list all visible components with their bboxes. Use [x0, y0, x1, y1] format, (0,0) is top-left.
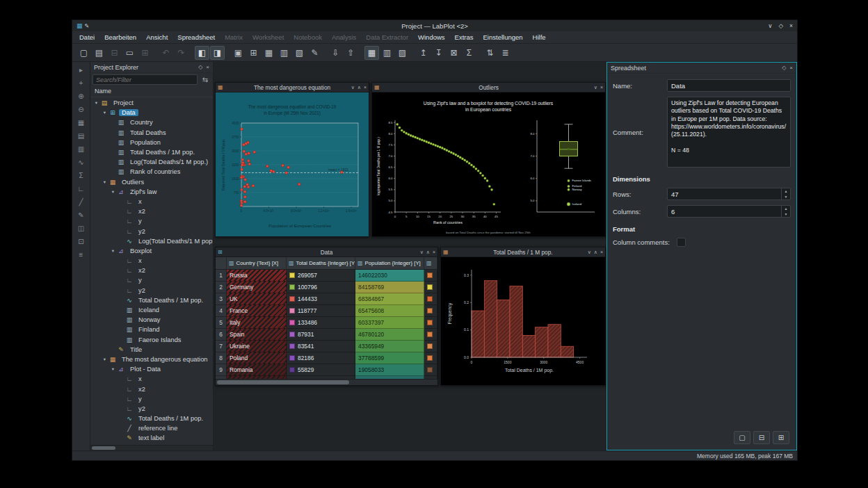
- menu-extras[interactable]: Extras: [450, 32, 479, 42]
- tree-item-y[interactable]: ∟y: [90, 216, 213, 226]
- tree-item-x[interactable]: ∟x: [90, 374, 213, 384]
- per-million-cell[interactable]: [424, 270, 437, 282]
- columns-spinbox[interactable]: 6 ▲ ▼: [667, 205, 791, 218]
- new-workbook-button[interactable]: ⊞: [246, 46, 261, 60]
- tree-item-rank-of-countries[interactable]: ▥Rank of countries: [90, 167, 213, 177]
- population-cell[interactable]: 37788599: [355, 352, 424, 364]
- add-text-label-button[interactable]: ✎: [74, 209, 88, 221]
- per-million-cell[interactable]: [424, 352, 437, 364]
- float-dock-icon[interactable]: ◇: [198, 64, 202, 70]
- per-million-cell[interactable]: [424, 317, 437, 329]
- row-number-cell[interactable]: 4: [216, 305, 227, 317]
- column-header-country-text-x[interactable]: ▥Country {Text} [X]: [227, 257, 287, 270]
- menu-bearbeiten[interactable]: Bearbeiten: [99, 32, 141, 42]
- new-worksheet-button[interactable]: ▦: [74, 117, 88, 129]
- new-folder-button[interactable]: ▣: [231, 46, 246, 60]
- row-number-cell[interactable]: 9: [216, 364, 227, 376]
- toggle-project-explorer-button[interactable]: ◧: [195, 46, 209, 60]
- total-deaths-cell[interactable]: 83541: [287, 341, 355, 352]
- add-legend-button[interactable]: ◫: [74, 222, 88, 234]
- column-statistics-button[interactable]: Σ: [462, 46, 476, 60]
- outliers-worksheet[interactable]: Using Zipf's law and a boxplot for detec…: [372, 92, 605, 236]
- save-as-default-button[interactable]: ⊞: [773, 431, 789, 444]
- data-window-titlebar[interactable]: ⊞ Data ∨ ∧ ×: [216, 247, 437, 257]
- spin-down-button[interactable]: ▼: [782, 211, 790, 217]
- corner-cell[interactable]: [216, 257, 227, 270]
- tree-item-title[interactable]: ✎Title: [90, 345, 213, 355]
- column-header-item[interactable]: ▥: [424, 257, 437, 270]
- rows-spinbox[interactable]: 47 ▲ ▼: [667, 188, 791, 200]
- expander-icon[interactable]: ▾: [101, 110, 108, 115]
- total-deaths-cell[interactable]: 55829: [287, 364, 355, 376]
- tree-item-log-total-deaths-1-m-pop[interactable]: ▥Log(Total Deaths/1 M pop.): [90, 157, 213, 167]
- tree-item-x2[interactable]: ∟x2: [90, 206, 213, 216]
- close-button[interactable]: ×: [789, 22, 793, 29]
- per-million-cell[interactable]: [424, 305, 437, 317]
- menu-windows[interactable]: Windows: [413, 32, 450, 42]
- tree-item-y2[interactable]: ∟y2: [90, 226, 213, 236]
- tree-item-x[interactable]: ∟x: [90, 197, 213, 206]
- shade-window-icon[interactable]: ∨: [351, 85, 355, 90]
- population-cell[interactable]: 68384867: [355, 293, 424, 305]
- country-cell[interactable]: Germany: [227, 282, 287, 293]
- tree-item-zipf-s-law[interactable]: ▾⊿Zipf's law: [90, 187, 213, 197]
- tree-item-x[interactable]: ∟x: [90, 256, 213, 266]
- sort-menu-button[interactable]: ⇅: [483, 46, 497, 60]
- table-hscroll-thumb[interactable]: [217, 380, 349, 384]
- tree-item-data[interactable]: ▾⊞Data: [90, 108, 213, 117]
- population-cell[interactable]: 60337397: [355, 317, 424, 329]
- total-deaths-cell[interactable]: 100796: [287, 282, 355, 293]
- insert-row-above-button[interactable]: ↥: [416, 46, 431, 60]
- tree-item-faeroe-islands[interactable]: ▥Faeroe Islands: [90, 335, 213, 345]
- add-image-button[interactable]: ⊡: [74, 236, 88, 247]
- tree-item-project[interactable]: ▾▤Project: [90, 98, 213, 108]
- tree-item-outliers[interactable]: ▾▦Outliers: [90, 177, 213, 187]
- properties-dock-header[interactable]: Spreadsheet ◇ ×: [607, 63, 796, 74]
- country-cell[interactable]: Romania: [227, 364, 287, 376]
- row-number-cell[interactable]: 1: [216, 270, 227, 282]
- population-cell[interactable]: 65475608: [355, 305, 424, 317]
- histogram-window-titlebar[interactable]: ▦ Total Deaths / 1 M pop. ∨ ∧ ×: [441, 247, 605, 257]
- table-hscrollbar[interactable]: [216, 379, 437, 385]
- column-header-total-deaths-integer-y[interactable]: ▥Total Deaths {Integer} [Y]: [287, 257, 355, 270]
- new-spreadsheet-button[interactable]: ▦: [262, 46, 276, 60]
- more-tools-button[interactable]: ≡: [74, 249, 88, 261]
- menu-datei[interactable]: Datei: [74, 32, 99, 42]
- view-heatmap-toggle-button[interactable]: ▨: [395, 46, 410, 60]
- import-data-menu-button[interactable]: ⇩: [328, 46, 343, 60]
- tree-item-log-total-deaths-1-m-pop[interactable]: ∿Log(Total Deaths/1 M pop.): [90, 236, 213, 246]
- new-matrix-button[interactable]: ▥: [74, 143, 88, 155]
- close-window-icon[interactable]: ×: [433, 250, 435, 255]
- explorer-hscroll-thumb[interactable]: [92, 446, 115, 450]
- tree-column-header[interactable]: Name: [90, 86, 213, 97]
- load-template-button[interactable]: ▢: [734, 431, 750, 444]
- search-input[interactable]: [93, 74, 198, 85]
- new-file-button[interactable]: ▢: [77, 46, 91, 60]
- tree-item-plot-data[interactable]: ▾⊿Plot - Data: [90, 364, 213, 374]
- close-window-icon[interactable]: ×: [600, 85, 603, 90]
- country-cell[interactable]: Russia: [227, 270, 287, 282]
- tree-item-total-deaths-1m-pop[interactable]: ∿Total Deaths / 1M pop.: [90, 295, 213, 305]
- remove-rows-button[interactable]: ⊠: [447, 46, 461, 60]
- total-deaths-cell[interactable]: 269057: [287, 270, 355, 282]
- minimize-button[interactable]: ∨: [768, 22, 772, 29]
- tree-item-the-most-dangerous-equation[interactable]: ▾▦The most dangerous equation: [90, 355, 213, 364]
- close-window-icon[interactable]: ×: [600, 250, 603, 255]
- tree-item-boxplot[interactable]: ▾⊿Boxplot: [90, 246, 213, 256]
- tree-item-total-deaths-1m-pop[interactable]: ∿Total Deaths / 1M pop.: [90, 414, 213, 423]
- menu-hilfe[interactable]: Hilfe: [528, 32, 551, 42]
- country-cell[interactable]: Spain: [227, 329, 287, 341]
- close-window-icon[interactable]: ×: [364, 85, 367, 90]
- save-template-button[interactable]: ⊟: [753, 431, 770, 444]
- spin-down-button[interactable]: ▼: [782, 194, 790, 200]
- menu-ansicht[interactable]: Ansicht: [141, 32, 172, 42]
- row-number-cell[interactable]: 3: [216, 293, 227, 305]
- population-cell[interactable]: 146022030: [355, 270, 424, 282]
- menu-einstellungen[interactable]: Einstellungen: [479, 32, 528, 42]
- population-cell[interactable]: 84158769: [355, 282, 424, 293]
- select-mode-button[interactable]: +: [74, 77, 88, 89]
- column-comments-checkbox[interactable]: [677, 238, 686, 247]
- per-million-cell[interactable]: [424, 282, 437, 293]
- new-spreadsheet-button[interactable]: ▤: [74, 130, 88, 142]
- maximize-button[interactable]: ◇: [778, 22, 783, 29]
